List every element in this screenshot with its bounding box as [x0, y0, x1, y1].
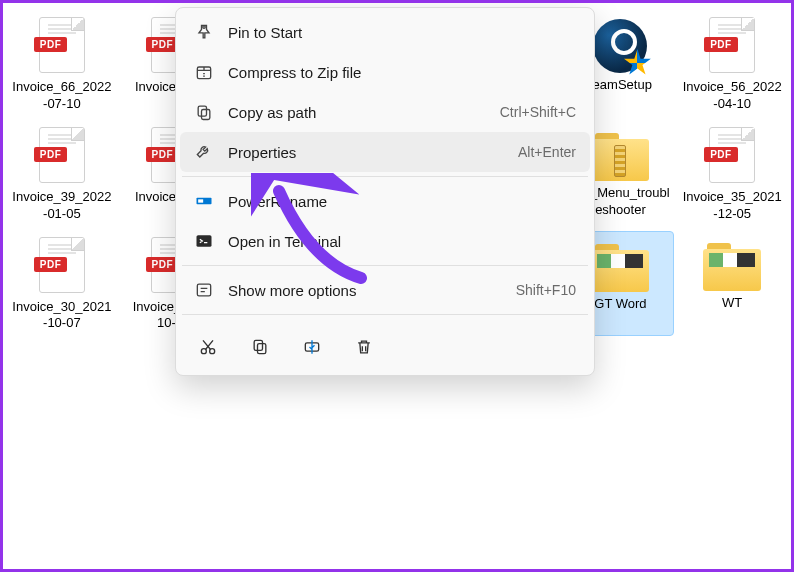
power-rename-icon — [194, 191, 214, 211]
copy-path-icon — [194, 102, 214, 122]
file-label: WT — [722, 295, 742, 312]
svg-rect-3 — [202, 110, 210, 120]
menu-separator — [182, 176, 588, 177]
file-label: Invoice_39_2022-01-05 — [12, 189, 112, 223]
pdf-icon: PDF — [36, 235, 88, 295]
steam-icon — [593, 19, 647, 73]
pdf-icon: PDF — [706, 125, 758, 185]
pdf-icon: PDF — [36, 125, 88, 185]
svg-rect-2 — [198, 106, 206, 116]
cut-button[interactable] — [186, 327, 230, 367]
file-item[interactable]: PDF Invoice_35_2021-12-05 — [678, 121, 786, 227]
folder-icon — [703, 243, 761, 291]
menu-show-more-options[interactable]: Show more options Shift+F10 — [180, 270, 590, 310]
more-options-icon — [194, 280, 214, 300]
menu-label: Open in Terminal — [228, 233, 576, 250]
menu-label: Properties — [228, 144, 504, 161]
menu-separator — [182, 265, 588, 266]
copy-button[interactable] — [238, 327, 282, 367]
wrench-icon — [194, 142, 214, 162]
menu-label: PowerRename — [228, 193, 576, 210]
file-label: Invoice_56_2022-04-10 — [682, 79, 782, 113]
menu-shortcut: Shift+F10 — [516, 282, 576, 298]
file-label: teamSetup — [589, 77, 652, 94]
file-item[interactable]: PDF Invoice_56_2022-04-10 — [678, 11, 786, 117]
menu-power-rename[interactable]: PowerRename — [180, 181, 590, 221]
folder-icon — [591, 244, 649, 292]
context-menu: Pin to Start Compress to Zip file Copy a… — [175, 7, 595, 376]
pdf-icon: PDF — [36, 15, 88, 75]
svg-point-0 — [203, 26, 206, 29]
menu-separator — [182, 314, 588, 315]
zip-icon — [194, 62, 214, 82]
file-label: Invoice_30_2021-10-07 — [12, 299, 112, 333]
file-item[interactable]: WT — [678, 231, 786, 337]
menu-label: Copy as path — [228, 104, 486, 121]
menu-pin-to-start[interactable]: Pin to Start — [180, 12, 590, 52]
menu-copy-as-path[interactable]: Copy as path Ctrl+Shift+C — [180, 92, 590, 132]
file-label: Invoice_35_2021-12-05 — [682, 189, 782, 223]
menu-action-row — [180, 319, 590, 371]
pdf-icon: PDF — [706, 15, 758, 75]
menu-shortcut: Ctrl+Shift+C — [500, 104, 576, 120]
file-label: GT Word — [594, 296, 646, 313]
file-item[interactable]: PDF Invoice_39_2022-01-05 — [8, 121, 116, 227]
menu-shortcut: Alt+Enter — [518, 144, 576, 160]
terminal-icon — [194, 231, 214, 251]
file-item[interactable]: PDF Invoice_30_2021-10-07 — [8, 231, 116, 337]
pin-icon — [194, 22, 214, 42]
menu-open-in-terminal[interactable]: Open in Terminal — [180, 221, 590, 261]
menu-properties[interactable]: Properties Alt+Enter — [180, 132, 590, 172]
menu-label: Pin to Start — [228, 24, 576, 41]
folder-zip-icon — [591, 133, 649, 181]
file-item[interactable]: PDF Invoice_66_2022-07-10 — [8, 11, 116, 117]
menu-label: Compress to Zip file — [228, 64, 576, 81]
svg-rect-5 — [198, 199, 203, 202]
svg-rect-10 — [254, 340, 262, 350]
menu-compress-zip[interactable]: Compress to Zip file — [180, 52, 590, 92]
menu-label: Show more options — [228, 282, 502, 299]
svg-rect-11 — [258, 344, 266, 354]
svg-rect-7 — [197, 284, 210, 296]
file-label: Invoice_66_2022-07-10 — [12, 79, 112, 113]
rename-button[interactable] — [290, 327, 334, 367]
svg-rect-6 — [197, 235, 212, 247]
delete-button[interactable] — [342, 327, 386, 367]
